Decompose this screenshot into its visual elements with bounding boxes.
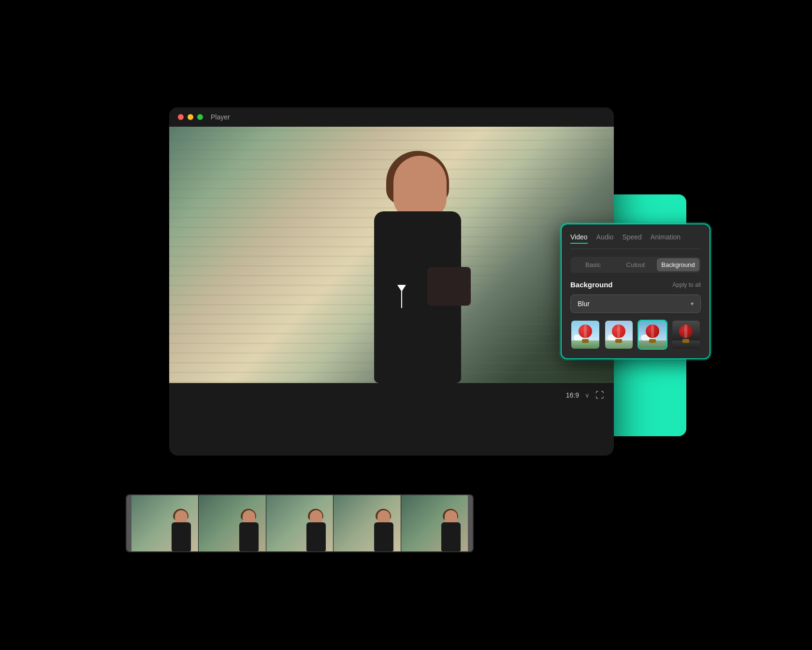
video-frame <box>169 127 614 383</box>
sub-tabs: Basic Cutout Background <box>570 257 701 273</box>
tab-animation[interactable]: Animation <box>651 233 681 244</box>
thumb-balloon <box>646 325 659 341</box>
blur-dropdown[interactable]: Blur ▾ <box>570 295 701 313</box>
frame-head <box>310 510 322 524</box>
balloon-basket <box>682 339 689 343</box>
filmstrip-frames <box>131 495 468 551</box>
frame-body <box>441 522 461 551</box>
balloon-basket <box>582 339 589 343</box>
scene-container: Player 16:9 <box>140 107 672 543</box>
chevron-down-icon: ▾ <box>691 300 694 307</box>
balloon-stripe <box>684 325 687 338</box>
sub-tab-background[interactable]: Background <box>657 258 699 271</box>
balloon-body <box>646 325 659 338</box>
apply-all-label[interactable]: Apply to all <box>672 281 701 288</box>
filmstrip-frame[interactable] <box>266 495 334 551</box>
section-label: Background <box>570 281 613 289</box>
tab-audio[interactable]: Audio <box>596 233 614 244</box>
background-thumb-3[interactable] <box>638 320 667 350</box>
thumb-bg-2 <box>605 321 633 349</box>
woman-head <box>393 156 447 219</box>
background-thumb-4[interactable] <box>671 320 701 350</box>
balloon-basket <box>615 339 622 343</box>
sub-tab-cutout[interactable]: Cutout <box>614 258 657 271</box>
balloon-body <box>679 325 693 338</box>
editor-bottom-bar: 16:9 ∨ ⛶ <box>169 383 614 407</box>
frame-body <box>172 522 191 551</box>
window-maximize-dot[interactable] <box>197 114 203 120</box>
frame-body <box>306 522 326 551</box>
tab-speed[interactable]: Speed <box>622 233 641 244</box>
frame-person <box>439 508 463 551</box>
thumb-bg-4 <box>672 321 700 349</box>
blur-dropdown-value: Blur <box>578 300 590 308</box>
frame-head <box>377 510 390 524</box>
filmstrip[interactable] <box>126 494 474 552</box>
frame-person <box>372 508 396 551</box>
background-thumb-1[interactable] <box>570 320 600 350</box>
frame-person <box>169 508 193 551</box>
editor-window: Player 16:9 <box>169 107 614 456</box>
frame-body <box>374 522 393 551</box>
frame-person <box>237 508 261 551</box>
editor-header: Player <box>169 107 614 127</box>
frame-person <box>304 508 328 551</box>
properties-panel: Video Audio Speed Animation Basic Cutout… <box>561 223 710 359</box>
panel-section-title: Background Apply to all <box>570 281 701 289</box>
thumb-bg-3 <box>638 321 667 349</box>
panel-tabs: Video Audio Speed Animation <box>570 233 701 249</box>
woman-figure <box>345 141 500 383</box>
aspect-ratio-label[interactable]: 16:9 <box>566 391 579 399</box>
frame-head <box>445 510 457 524</box>
balloon-stripe <box>651 325 654 338</box>
frame-head <box>243 510 255 524</box>
sub-tab-basic[interactable]: Basic <box>572 258 614 271</box>
balloon-stripe <box>584 325 587 338</box>
filmstrip-frame[interactable] <box>131 495 199 551</box>
thumb-bg-1 <box>571 321 599 349</box>
balloon-stripe <box>617 325 620 338</box>
filmstrip-frame[interactable] <box>199 495 266 551</box>
thumb-balloon <box>579 325 592 341</box>
window-close-dot[interactable] <box>178 114 184 120</box>
aspect-ratio-chevron[interactable]: ∨ <box>585 392 590 399</box>
fullscreen-button[interactable]: ⛶ <box>595 390 604 400</box>
playhead[interactable] <box>401 289 402 308</box>
balloon-body <box>579 325 592 338</box>
woman-bag <box>427 267 471 306</box>
filmstrip-frame[interactable] <box>401 495 468 551</box>
balloon-body <box>612 325 625 338</box>
thumb-balloon <box>612 325 625 341</box>
player-area <box>169 127 614 383</box>
player-title: Player <box>211 113 230 121</box>
thumb-balloon <box>679 325 693 341</box>
frame-body <box>239 522 259 551</box>
filmstrip-handle-right[interactable] <box>468 495 473 551</box>
frame-head <box>175 510 188 524</box>
filmstrip-frame[interactable] <box>334 495 401 551</box>
window-minimize-dot[interactable] <box>188 114 193 120</box>
thumbnail-grid <box>570 320 701 350</box>
background-thumb-2[interactable] <box>604 320 634 350</box>
balloon-basket <box>649 339 656 343</box>
filmstrip-handle-left[interactable] <box>127 495 131 551</box>
tab-video[interactable]: Video <box>570 233 588 244</box>
